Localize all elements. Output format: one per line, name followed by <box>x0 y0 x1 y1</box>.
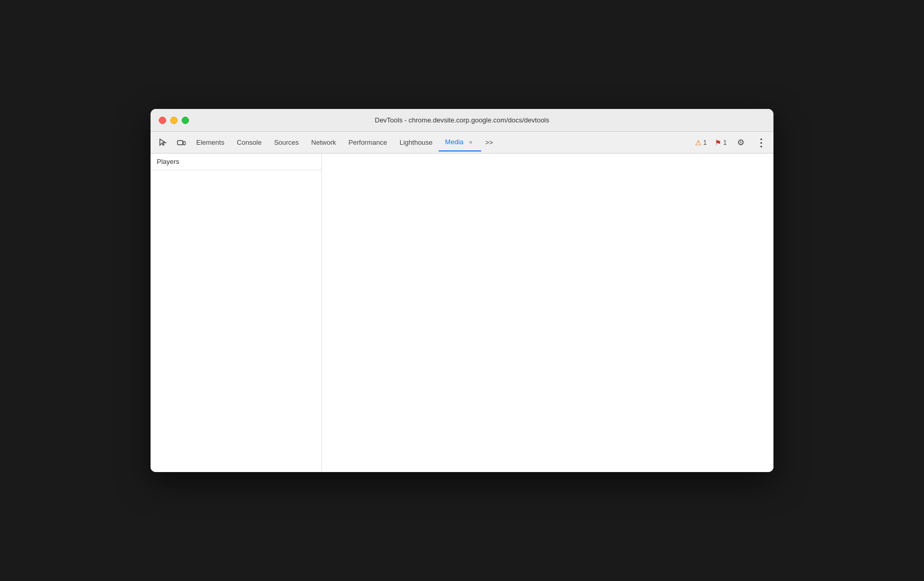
tab-performance[interactable]: Performance <box>342 134 393 151</box>
warning-red-count: 1 <box>723 139 727 146</box>
svg-rect-0 <box>178 141 183 145</box>
sidebar-header: Players <box>151 154 321 170</box>
window-title: DevTools - chrome.devsite.corp.google.co… <box>375 116 549 124</box>
more-icon: ⋮ <box>756 137 765 148</box>
tab-bar-right: ⚠ 1 ⚑ 1 ⚙ ⋮ <box>692 134 769 151</box>
warning-badge-orange[interactable]: ⚠ 1 <box>692 137 710 148</box>
maximize-button[interactable] <box>182 117 189 124</box>
tab-network[interactable]: Network <box>305 134 343 151</box>
warning-triangle-icon: ⚠ <box>695 139 702 147</box>
content-area: Players <box>151 154 773 472</box>
minimize-button[interactable] <box>170 117 178 124</box>
more-options-button[interactable]: ⋮ <box>752 134 769 151</box>
warning-orange-count: 1 <box>703 139 707 146</box>
title-bar: DevTools - chrome.devsite.corp.google.co… <box>151 109 773 132</box>
traffic-lights <box>159 117 189 124</box>
tab-sources[interactable]: Sources <box>268 134 305 151</box>
svg-rect-1 <box>183 142 185 145</box>
sidebar: Players <box>151 154 322 472</box>
inspect-icon-button[interactable] <box>155 134 172 151</box>
devtools-window: DevTools - chrome.devsite.corp.google.co… <box>151 109 773 472</box>
main-panel <box>322 154 773 472</box>
tab-console[interactable]: Console <box>230 134 268 151</box>
settings-button[interactable]: ⚙ <box>732 134 750 151</box>
tab-bar: Elements Console Sources Network Perform… <box>151 132 773 154</box>
close-button[interactable] <box>159 117 166 124</box>
device-icon-button[interactable] <box>172 134 190 151</box>
tab-media-close[interactable]: × <box>467 138 475 146</box>
warning-badge-red[interactable]: ⚑ 1 <box>712 137 730 148</box>
warning-flag-icon: ⚑ <box>715 139 722 147</box>
tab-overflow-button[interactable]: >> <box>481 139 497 146</box>
tab-lighthouse[interactable]: Lighthouse <box>393 134 439 151</box>
gear-icon: ⚙ <box>737 137 744 147</box>
tab-media[interactable]: Media × <box>439 134 481 151</box>
tab-elements[interactable]: Elements <box>190 134 230 151</box>
